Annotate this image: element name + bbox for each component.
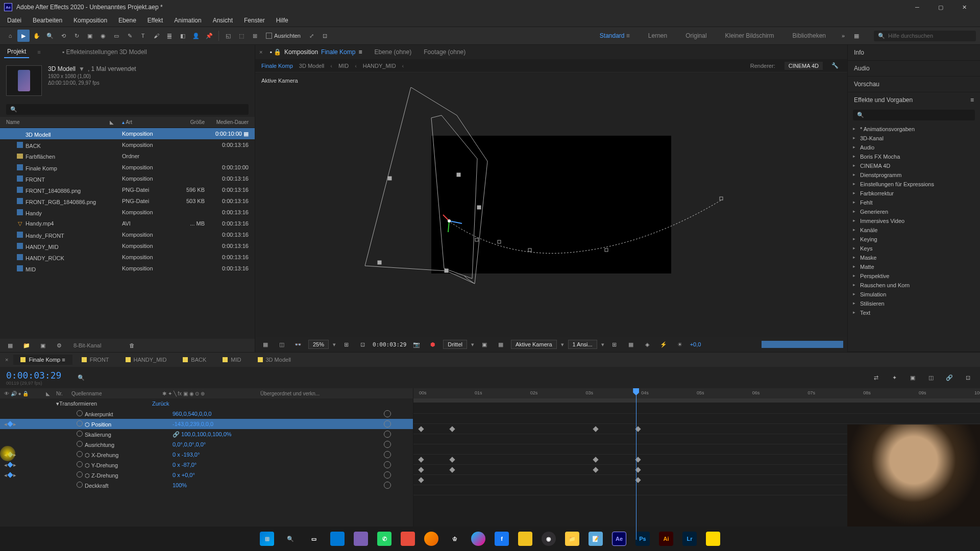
menu-datei[interactable]: Datei: [2, 15, 27, 26]
keyframe[interactable]: [593, 426, 598, 432]
project-item[interactable]: FRONTKomposition0:00:13:16: [0, 173, 255, 184]
project-item[interactable]: Finale KompKomposition0:00:10:00: [0, 162, 255, 173]
help-search[interactable]: 🔍 Hilfe durchsuchen: [874, 31, 976, 41]
explorer[interactable]: 📁: [562, 529, 582, 549]
tl-btn2[interactable]: ✦: [888, 371, 900, 384]
whatsapp[interactable]: ✆: [374, 529, 395, 549]
shape-tool[interactable]: ▭: [110, 30, 122, 42]
tl-property[interactable]: Ankerpunkt960,0,540,0,0,0: [0, 409, 413, 419]
workspace-standard[interactable]: Standard ≡: [596, 30, 634, 41]
effect-category[interactable]: Keying: [848, 235, 980, 244]
project-search[interactable]: 🔍: [6, 104, 249, 115]
vp-grid-btn[interactable]: ⊡: [356, 338, 369, 350]
menu-komposition[interactable]: Komposition: [68, 15, 112, 26]
effect-category[interactable]: Text: [848, 308, 980, 317]
clone-tool[interactable]: ䷀: [163, 30, 176, 42]
col-name[interactable]: Name: [0, 119, 110, 125]
tl-property[interactable]: Deckkraft100%: [0, 480, 413, 490]
effect-category[interactable]: Immersives Video: [848, 216, 980, 226]
align-checkbox[interactable]: [266, 33, 272, 39]
renderer-settings[interactable]: 🔧: [829, 60, 841, 72]
effect-category[interactable]: Rauschen und Korn: [848, 281, 980, 290]
effects-search[interactable]: 🔍: [853, 110, 975, 120]
effect-category[interactable]: Simulation: [848, 290, 980, 299]
project-item[interactable]: BACKKomposition0:00:13:16: [0, 139, 255, 151]
project-item[interactable]: HandyKomposition0:00:13:16: [0, 207, 255, 218]
close-button[interactable]: ✕: [952, 0, 976, 14]
effect-category[interactable]: Boris FX Mocha: [848, 152, 980, 161]
app2[interactable]: [351, 529, 371, 549]
effect-category[interactable]: Kanäle: [848, 226, 980, 235]
menu-fenster[interactable]: Fenster: [239, 15, 270, 26]
snap-tool[interactable]: ⤢: [306, 30, 318, 42]
maximize-button[interactable]: ▢: [929, 0, 952, 14]
tl-btn6[interactable]: ⊡: [962, 371, 974, 384]
aftereffects[interactable]: Ae: [609, 529, 629, 549]
project-item[interactable]: FarbflächenOrdner: [0, 151, 255, 162]
res-dropdown[interactable]: Drittel: [443, 340, 467, 349]
time-mark[interactable]: 09s: [919, 390, 926, 395]
tl-tab[interactable]: Finale Komp ≡: [13, 355, 72, 365]
audio-panel[interactable]: Audio: [848, 61, 980, 76]
composition-canvas[interactable]: [431, 136, 671, 273]
firefox[interactable]: [421, 529, 442, 549]
start-button[interactable]: ⊞: [257, 529, 277, 549]
keyframe[interactable]: [449, 426, 455, 432]
time-mark[interactable]: 03s: [585, 390, 593, 395]
keyframe[interactable]: [593, 457, 598, 462]
keyframe[interactable]: [449, 457, 455, 462]
vp-mask-btn[interactable]: 👓: [292, 338, 304, 350]
tl-btn5[interactable]: 🔗: [943, 371, 955, 384]
notepad[interactable]: 📝: [585, 529, 606, 549]
project-item[interactable]: MIDKomposition0:00:13:16: [0, 263, 255, 274]
home-tool[interactable]: ⌂: [4, 30, 16, 42]
effect-category[interactable]: Stilisieren: [848, 299, 980, 308]
keyframe[interactable]: [418, 467, 424, 472]
project-item[interactable]: HANDY_RÜCKKomposition0:00:13:16: [0, 252, 255, 263]
panel-menu-icon[interactable]: ≡: [970, 96, 974, 104]
roto-tool[interactable]: 👤: [190, 30, 202, 42]
tl-property[interactable]: ◂ ▸⬡ Position-143,0,239,0,0,0: [0, 419, 413, 429]
effect-category[interactable]: CINEMA 4D: [848, 161, 980, 170]
illustrator[interactable]: Ai: [656, 529, 676, 549]
time-mark[interactable]: 08s: [863, 390, 871, 395]
menu-hilfe[interactable]: Hilfe: [271, 15, 293, 26]
menu-ebene[interactable]: Ebene: [113, 15, 141, 26]
roi-btn[interactable]: ▣: [478, 338, 491, 350]
workspace-bibliotheken[interactable]: Bibliotheken: [789, 30, 830, 41]
workspace-kleiner bildschirm[interactable]: Kleiner Bildschirm: [721, 30, 778, 41]
tl-tab[interactable]: BACK: [176, 355, 213, 365]
time-mark[interactable]: 02s: [530, 390, 538, 395]
footage-tab[interactable]: Footage (ohne): [419, 46, 471, 58]
col-parent[interactable]: Übergeordnet und verkn...: [260, 391, 352, 396]
app6[interactable]: [703, 529, 723, 549]
type-tool[interactable]: T: [137, 30, 149, 42]
puppet-tool[interactable]: 📌: [203, 30, 215, 42]
keyframe[interactable]: [418, 426, 424, 432]
preview-panel[interactable]: Vorschau: [848, 77, 980, 92]
exposure-value[interactable]: +0,0: [690, 341, 701, 347]
crumb[interactable]: MID: [338, 63, 349, 69]
rotate-tool[interactable]: ↻: [70, 30, 83, 42]
mode-btn1[interactable]: ◱: [222, 30, 234, 42]
interpret-btn[interactable]: ▦: [4, 339, 16, 352]
crumb[interactable]: 3D Modell: [299, 63, 325, 69]
3d-btn3[interactable]: ◈: [641, 338, 653, 350]
time-mark[interactable]: 00s: [419, 390, 427, 395]
tl-btn4[interactable]: ◫: [925, 371, 937, 384]
mode-btn2[interactable]: ⬚: [235, 30, 248, 42]
pan-behind-tool[interactable]: ◉: [97, 30, 109, 42]
workspace-more[interactable]: »: [837, 30, 849, 42]
tl-property[interactable]: ◂ ▸⬡ Y-Drehung0 x -87,0°: [0, 460, 413, 470]
layer-tab[interactable]: Ebene (ohne): [369, 46, 416, 58]
crumb[interactable]: Finale Komp: [261, 63, 293, 69]
vp-timecode[interactable]: 0:00:03:29: [373, 341, 406, 348]
time-mark[interactable]: 04s: [641, 390, 649, 395]
time-mark[interactable]: 01s: [475, 390, 482, 395]
effect-category[interactable]: Dienstprogramm: [848, 170, 980, 180]
workspace-lernen[interactable]: Lernen: [644, 30, 671, 41]
channel-btn[interactable]: ⬢: [427, 338, 439, 350]
project-item[interactable]: FRONT_RGB_1840886.pngPNG-Datei503 KB0:00…: [0, 195, 255, 207]
tl-btn1[interactable]: ⇄: [870, 371, 882, 384]
kf-track[interactable]: [413, 414, 980, 424]
